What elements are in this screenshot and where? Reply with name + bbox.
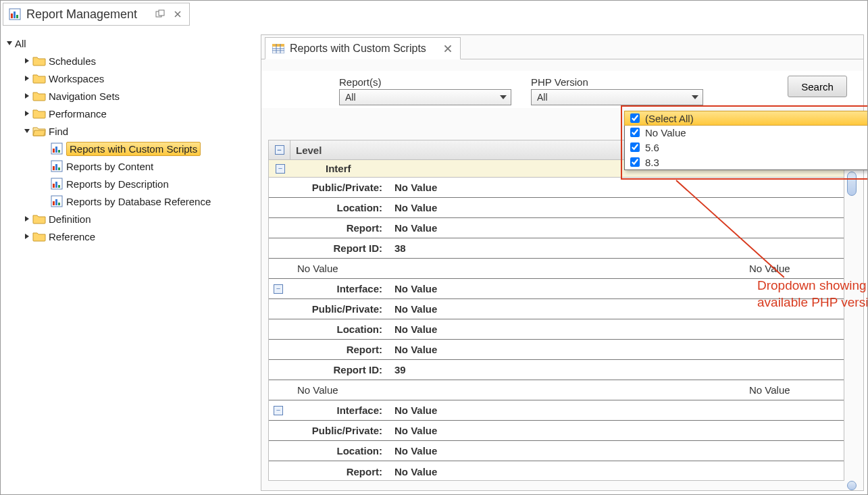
svg-rect-29: [58, 203, 60, 205]
svg-rect-19: [53, 166, 55, 170]
table-row: Public/Private:No Value: [269, 299, 844, 319]
reports-filter-select[interactable]: All: [339, 89, 511, 105]
grid-body: Public/Private:No Value Location:No Valu…: [268, 178, 844, 481]
php-filter-select[interactable]: All: [531, 89, 703, 105]
svg-rect-20: [55, 164, 57, 170]
report-management-icon: [9, 8, 21, 20]
chevron-down-icon: [499, 93, 508, 102]
group-collapse-toggle[interactable]: −: [276, 164, 285, 174]
folder-icon: [32, 55, 46, 67]
chevron-down-icon: [690, 93, 700, 102]
tree-item[interactable]: Navigation Sets: [4, 87, 257, 105]
checkbox[interactable]: [630, 128, 640, 137]
close-icon[interactable]: [442, 43, 453, 54]
table-row: Public/Private:No Value: [269, 178, 844, 198]
svg-marker-10: [25, 76, 29, 81]
folder-open-icon: [32, 125, 46, 137]
collapse-all-toggle[interactable]: −: [275, 145, 284, 155]
vertical-scrollbar[interactable]: [846, 170, 858, 494]
tree-item[interactable]: Reports by Database Reference: [4, 192, 257, 210]
tree-item[interactable]: Reports by Content: [4, 157, 257, 175]
expand-arrow-icon[interactable]: [22, 231, 32, 242]
tree-root[interactable]: All: [4, 34, 257, 52]
popout-icon[interactable]: [154, 9, 166, 20]
tree-item[interactable]: Reference: [4, 228, 257, 245]
report-icon: [50, 142, 63, 155]
tab-reports-custom-scripts[interactable]: Reports with Custom Scripts: [265, 37, 461, 59]
sidebar-tab: Report Management: [3, 3, 190, 26]
sidebar-tab-title: Report Management: [26, 7, 149, 22]
svg-rect-28: [55, 199, 57, 205]
checkbox[interactable]: [630, 142, 640, 152]
svg-rect-3: [16, 15, 18, 18]
tree-item-find[interactable]: Find: [4, 122, 257, 140]
search-button[interactable]: Search: [788, 76, 847, 97]
expand-arrow-icon[interactable]: [22, 55, 32, 66]
report-icon: [50, 160, 63, 172]
svg-rect-33: [272, 44, 284, 47]
table-row: Report ID:38: [269, 238, 844, 259]
grid-icon: [272, 44, 284, 53]
svg-rect-17: [58, 150, 60, 153]
svg-rect-24: [55, 182, 57, 188]
tree-item-reports-custom-scripts[interactable]: Reports with Custom Scripts: [4, 140, 257, 157]
close-icon[interactable]: [172, 9, 184, 20]
collapse-arrow-icon[interactable]: [4, 38, 15, 49]
folder-icon: [32, 107, 46, 120]
dropdown-option[interactable]: 8.3: [625, 155, 868, 170]
tree-item[interactable]: Schedules: [4, 52, 257, 70]
table-row: No ValueNo Value: [269, 380, 844, 400]
tree-item[interactable]: Workspaces: [4, 70, 257, 87]
collapse-arrow-icon[interactable]: [22, 126, 32, 136]
scroll-down-button[interactable]: [847, 481, 857, 490]
expand-arrow-icon[interactable]: [22, 90, 32, 101]
php-version-dropdown[interactable]: (Select All) No Value 5.6 8.3: [624, 111, 868, 170]
svg-marker-8: [7, 41, 12, 45]
collapse-toggle[interactable]: −: [274, 284, 283, 294]
svg-marker-31: [25, 234, 29, 239]
table-row: Report:No Value: [269, 218, 844, 238]
svg-rect-27: [53, 201, 55, 205]
svg-rect-23: [53, 184, 55, 188]
expand-arrow-icon[interactable]: [22, 73, 32, 84]
php-filter-label: PHP Version: [531, 76, 703, 88]
table-row: Location:No Value: [269, 319, 844, 340]
table-row: Report:No Value: [269, 340, 844, 360]
report-icon: [50, 195, 63, 207]
svg-rect-25: [58, 185, 60, 188]
svg-marker-13: [24, 129, 30, 133]
tree-item[interactable]: Definition: [4, 210, 257, 228]
svg-marker-12: [25, 111, 29, 116]
dropdown-option-select-all[interactable]: (Select All): [624, 111, 868, 126]
svg-rect-2: [14, 11, 16, 18]
svg-rect-16: [55, 147, 57, 153]
tree-item[interactable]: Performance: [4, 105, 257, 122]
main-panel: Reports with Custom Scripts Report(s) Al…: [261, 34, 864, 491]
reports-filter-label: Report(s): [339, 76, 511, 88]
dropdown-option[interactable]: 5.6: [625, 140, 868, 155]
folder-icon: [32, 213, 46, 225]
folder-icon: [32, 230, 46, 242]
folder-icon: [32, 90, 46, 102]
tab-bar: Reports with Custom Scripts: [261, 35, 863, 59]
filter-bar: Report(s) All PHP Version All: [261, 71, 863, 108]
table-row: −Interface:No Value: [269, 279, 844, 299]
svg-rect-5: [159, 10, 164, 16]
table-row: −Interface:No Value: [269, 400, 844, 421]
svg-marker-11: [25, 93, 29, 99]
svg-rect-1: [11, 14, 13, 18]
svg-marker-9: [25, 58, 29, 63]
report-icon: [50, 178, 63, 190]
scrollbar-thumb[interactable]: [847, 172, 857, 196]
checkbox[interactable]: [630, 157, 640, 167]
dropdown-option[interactable]: No Value: [625, 125, 868, 140]
svg-marker-40: [500, 95, 507, 99]
tree-item[interactable]: Reports by Description: [4, 175, 257, 192]
table-row: Report ID:39: [269, 360, 844, 380]
checkbox[interactable]: [630, 113, 640, 123]
table-row: Public/Private:No Value: [269, 421, 844, 441]
collapse-toggle[interactable]: −: [274, 406, 283, 415]
expand-arrow-icon[interactable]: [22, 213, 32, 224]
expand-arrow-icon[interactable]: [22, 108, 32, 119]
folder-icon: [32, 72, 46, 84]
